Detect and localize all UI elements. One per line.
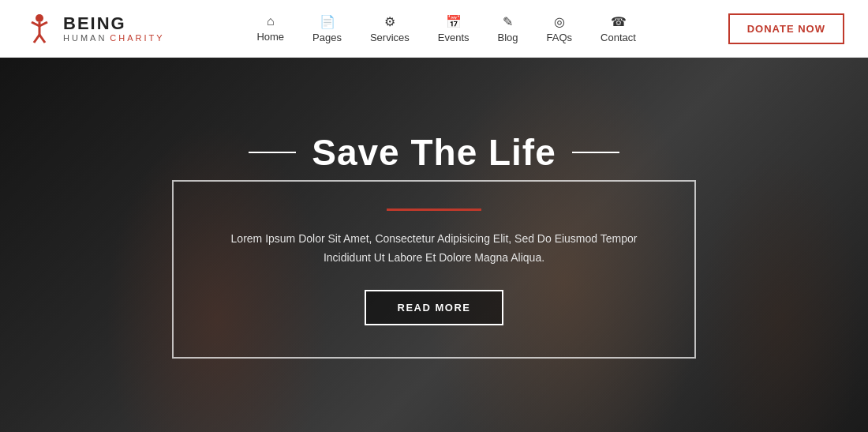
read-more-button[interactable]: READ MORE [365, 290, 504, 325]
nav-label-contact: Contact [600, 32, 636, 43]
hero-description: Lorem Ipsum Dolor Sit Amet, Consectetur … [221, 230, 647, 268]
svg-line-4 [34, 35, 39, 43]
faqs-icon: ◎ [554, 14, 565, 29]
nav-label-home: Home [256, 31, 284, 43]
contact-icon: ☎ [611, 14, 627, 29]
hero-line-right [572, 152, 619, 153]
nav-links: ⌂ Home 📄 Pages ⚙ Services 📅 Events ✎ Blo… [242, 14, 650, 43]
home-icon: ⌂ [267, 14, 275, 28]
nav-item-events[interactable]: 📅 Events [424, 14, 484, 43]
hero-title: Save The Life [312, 131, 556, 174]
hero-title-wrap: Save The Life [249, 131, 619, 174]
nav-item-services[interactable]: ⚙ Services [356, 14, 424, 43]
hero-content: Save The Life Lorem Ipsum Dolor Sit Amet… [0, 58, 868, 432]
events-icon: 📅 [446, 14, 462, 29]
blog-icon: ✎ [503, 14, 513, 29]
logo-charity: CHARITY [110, 33, 164, 43]
nav-item-home[interactable]: ⌂ Home [242, 14, 298, 43]
nav-label-blog: Blog [498, 32, 518, 43]
svg-line-5 [39, 35, 45, 43]
hero-red-line [387, 208, 481, 211]
services-icon: ⚙ [384, 14, 395, 29]
nav-item-faqs[interactable]: ◎ FAQs [533, 14, 587, 43]
hero-box: Lorem Ipsum Dolor Sit Amet, Consectetur … [172, 180, 696, 359]
pages-icon: 📄 [320, 14, 335, 29]
nav-label-pages: Pages [312, 32, 342, 43]
logo-being: BEING [63, 14, 165, 33]
logo-human: HUMAN [63, 33, 107, 43]
nav-item-contact[interactable]: ☎ Contact [586, 14, 650, 43]
navbar: BEING HUMAN CHARITY ⌂ Home 📄 Pages ⚙ Ser… [0, 0, 868, 58]
hero-section: Save The Life Lorem Ipsum Dolor Sit Amet… [0, 58, 868, 432]
nav-label-faqs: FAQs [547, 32, 573, 43]
svg-point-0 [36, 14, 43, 22]
logo[interactable]: BEING HUMAN CHARITY [24, 13, 165, 44]
logo-icon [24, 13, 55, 44]
hero-line-left [249, 152, 296, 153]
logo-text: BEING HUMAN CHARITY [63, 14, 165, 43]
nav-label-events: Events [438, 32, 470, 43]
nav-label-services: Services [370, 32, 410, 43]
donate-button[interactable]: DONATE NOW [728, 13, 844, 44]
nav-item-blog[interactable]: ✎ Blog [484, 14, 533, 43]
nav-item-pages[interactable]: 📄 Pages [298, 14, 356, 43]
